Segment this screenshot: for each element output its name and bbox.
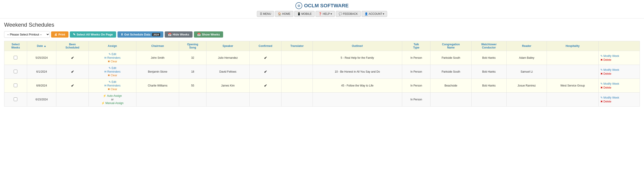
schedule-table: SelectWeeks Date ▲ BeenScheduled Assign … xyxy=(4,41,640,106)
row1-outline: 5 - Real Help for the Family xyxy=(312,51,402,65)
row1-chairman: John Smith xyxy=(136,51,179,65)
row4-outline xyxy=(312,93,402,106)
row4-chairman xyxy=(136,93,179,106)
row4-checkbox-cell xyxy=(4,93,27,106)
row2-date: 6/1/2024 xyxy=(27,65,56,79)
account-btn[interactable]: 👤 ACCOUNT ▾ xyxy=(362,11,387,17)
row4-been-scheduled xyxy=(56,93,89,106)
show-weeks-label: Show Weeks xyxy=(202,33,220,36)
row3-reader: Josue Ramirez xyxy=(506,79,547,93)
select-all-icon: ✎ xyxy=(73,33,76,36)
table-row: 6/8/2024 ✔ ✎ Edit ✉ Reminders ✖ Clear Ch… xyxy=(4,79,640,93)
print-icon: 🖨 xyxy=(54,33,57,36)
row2-edit-link[interactable]: ✎ Edit xyxy=(108,67,116,70)
row2-checkbox[interactable] xyxy=(14,70,17,73)
row4-actions: ✎ Modify Week ✖ Delete xyxy=(598,93,640,106)
printout-select[interactable]: -- Please Select Printout -- xyxy=(4,31,50,38)
row4-speaker xyxy=(206,93,249,106)
row2-delete-link[interactable]: ✖ Delete xyxy=(600,72,612,75)
row3-delete-link[interactable]: ✖ Delete xyxy=(600,86,612,89)
get-schedule-button[interactable]: ⬇ Get Schedule Data 2024 xyxy=(118,31,163,38)
feedback-btn[interactable]: 💬 FEEDBACK xyxy=(336,11,361,17)
row1-translator xyxy=(282,51,313,65)
row4-watchtower xyxy=(471,93,506,106)
row1-date: 5/25/2024 xyxy=(27,51,56,65)
select-all-label: Select All Weeks On Page xyxy=(77,33,113,36)
congregation-header: CongregationName xyxy=(430,41,471,51)
row2-outline: 10 - Be Honest in All You Say and Do xyxy=(312,65,402,79)
row4-date: 6/15/2024 xyxy=(27,93,56,106)
download-icon: ⬇ xyxy=(121,33,123,36)
toolbar: -- Please Select Printout -- 🖨 Print ✎ S… xyxy=(4,31,640,38)
row2-modify-link[interactable]: ✎ Modify Week xyxy=(600,68,619,72)
outline-header: Outline# xyxy=(312,41,402,51)
row3-hospitality: West Service Group xyxy=(547,79,598,93)
row1-opening-song: 32 xyxy=(179,51,206,65)
mobile-btn[interactable]: 📱 MOBILE xyxy=(294,11,315,17)
row1-delete-link[interactable]: ✖ Delete xyxy=(600,58,612,61)
row3-opening-song: 55 xyxy=(179,79,206,93)
row4-reader xyxy=(506,93,547,106)
talk-type-header: TalkType xyxy=(402,41,430,51)
assign-header: Assign xyxy=(88,41,136,51)
row3-speaker: James Kim xyxy=(206,79,249,93)
hide-weeks-button[interactable]: 📅 Hide Weeks xyxy=(165,31,192,38)
row4-manual-assign-link[interactable]: ⚡ Manual-Assign xyxy=(101,101,124,105)
row3-talk-type: In Person xyxy=(402,79,430,93)
row4-delete-link[interactable]: ✖ Delete xyxy=(600,100,612,103)
row3-checkbox-cell xyxy=(4,79,27,93)
row1-modify-link[interactable]: ✎ Modify Week xyxy=(600,54,619,58)
row3-clear-link[interactable]: ✖ Clear xyxy=(108,88,117,91)
row3-watchtower: Bob Hanks xyxy=(471,79,506,93)
show-weeks-button[interactable]: 📅 Show Weeks xyxy=(194,31,223,38)
row3-checkbox[interactable] xyxy=(14,84,17,87)
row2-clear-link[interactable]: ✖ Clear xyxy=(108,74,117,77)
brand-icon: ⊙ xyxy=(296,2,302,9)
row2-watchtower: Bob Hanks xyxy=(471,65,506,79)
get-schedule-label: Get Schedule Data xyxy=(124,33,150,36)
row3-assign: ✎ Edit ✉ Reminders ✖ Clear xyxy=(88,79,136,93)
hide-weeks-label: Hide Weeks xyxy=(173,33,189,36)
calendar-icon-hide: 📅 xyxy=(168,33,172,36)
print-button[interactable]: 🖨 Print xyxy=(51,31,68,38)
row1-checkbox[interactable] xyxy=(14,56,17,59)
row2-confirmed: ✔ xyxy=(249,65,281,79)
row1-assign: ✎ Edit ✉ Reminders ✖ Clear xyxy=(88,51,136,65)
page-content: Weekend Schedules -- Please Select Print… xyxy=(0,18,644,110)
row1-reminders-link[interactable]: ✉ Reminders xyxy=(104,56,120,59)
row3-modify-link[interactable]: ✎ Modify Week xyxy=(600,82,619,85)
row4-auto-assign-link[interactable]: ⚡ Auto-Assign xyxy=(103,94,122,98)
row3-actions: ✎ Modify Week ✖ Delete xyxy=(598,79,640,93)
row1-talk-type: In Person xyxy=(402,51,430,65)
row1-actions: ✎ Modify Week ✖ Delete xyxy=(598,51,640,65)
row3-edit-link[interactable]: ✎ Edit xyxy=(108,80,116,84)
row1-checkbox-cell xyxy=(4,51,27,65)
menu-btn[interactable]: ☰ MENU xyxy=(257,11,274,17)
row4-checkbox[interactable] xyxy=(14,98,17,101)
watchtower-header: WatchtowerConductor xyxy=(471,41,506,51)
reader-header: Reader xyxy=(506,41,547,51)
page-title: Weekend Schedules xyxy=(4,22,640,28)
row4-opening-song xyxy=(179,93,206,106)
row2-assign: ✎ Edit ✉ Reminders ✖ Clear xyxy=(88,65,136,79)
row2-reminders-link[interactable]: ✉ Reminders xyxy=(104,70,120,73)
home-btn[interactable]: 🏠 HOME xyxy=(275,11,293,17)
row1-congregation: Parkside South xyxy=(430,51,471,65)
row1-edit-link[interactable]: ✎ Edit xyxy=(108,53,116,56)
row1-watchtower: Bob Hanks xyxy=(471,51,506,65)
row4-or-text: or xyxy=(111,98,114,101)
brand-name: OCLM SOFTWARE xyxy=(304,3,349,9)
help-btn[interactable]: ❓ HELP ▾ xyxy=(316,11,335,17)
date-header: Date ▲ xyxy=(27,41,56,51)
row4-confirmed xyxy=(249,93,281,106)
row4-translator xyxy=(282,93,313,106)
row2-hospitality xyxy=(547,65,598,79)
row2-congregation: Parkside South xyxy=(430,65,471,79)
row1-clear-link[interactable]: ✖ Clear xyxy=(108,60,117,63)
opening-song-header: OpeningSong xyxy=(179,41,206,51)
been-scheduled-header: BeenScheduled xyxy=(56,41,89,51)
select-all-button[interactable]: ✎ Select All Weeks On Page xyxy=(70,31,116,38)
row2-translator xyxy=(282,65,313,79)
row3-reminders-link[interactable]: ✉ Reminders xyxy=(104,84,120,87)
row4-modify-link[interactable]: ✎ Modify Week xyxy=(600,96,619,99)
